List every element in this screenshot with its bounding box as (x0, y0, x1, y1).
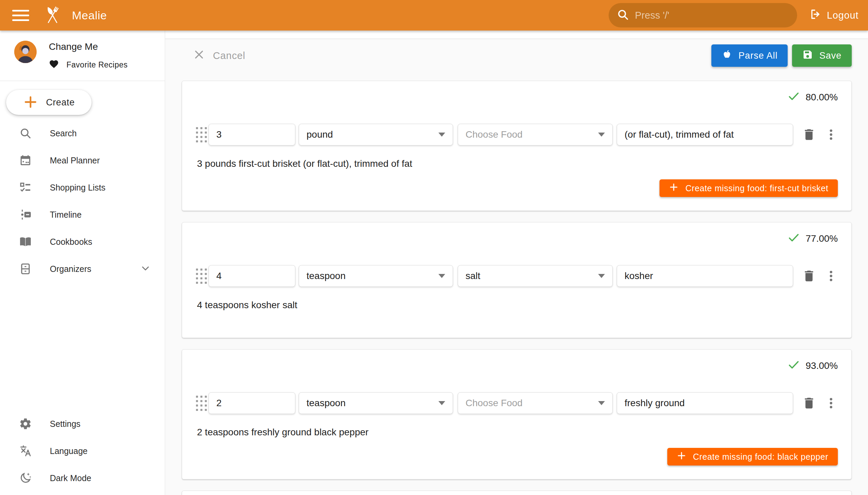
plus-icon (677, 451, 686, 462)
caret-down-icon (438, 133, 445, 137)
check-icon (787, 231, 800, 246)
next-card-partial (182, 491, 852, 495)
food-select[interactable]: salt (458, 265, 613, 287)
sidebar-item-shopping-lists[interactable]: Shopping Lists (0, 174, 165, 201)
menu-icon[interactable] (10, 4, 32, 27)
note-input[interactable] (617, 265, 793, 287)
app-title: Mealie (72, 9, 107, 22)
mealie-logo-icon (42, 5, 63, 26)
chevron-down-icon (140, 262, 151, 275)
floppy-disk-icon (802, 49, 813, 62)
create-missing-food-label: Create missing food: first-cut brisket (685, 184, 828, 193)
save-button[interactable]: Save (792, 45, 852, 67)
parse-all-label: Parse All (738, 51, 778, 61)
apple-icon (721, 49, 732, 62)
search-icon (617, 8, 629, 22)
search-input[interactable] (635, 10, 789, 21)
sidebar-item-search[interactable]: Search (0, 120, 165, 147)
user-profile[interactable]: Change Me Favorite Recipes (0, 31, 165, 70)
open-book-icon (19, 235, 32, 249)
unit-value: teaspoon (307, 271, 345, 281)
heart-icon (49, 59, 59, 70)
card-actions: Create missing food: black pepper (195, 448, 838, 465)
caret-down-icon (598, 401, 605, 405)
sidebar-item-organizers[interactable]: Organizers (0, 255, 165, 283)
ingredient-card: 80.00% pound Choose Food (182, 81, 852, 211)
favorite-recipes-link[interactable]: Favorite Recipes (49, 59, 128, 70)
calendar-icon (19, 154, 32, 167)
sidebar-item-language[interactable]: Language (0, 437, 165, 464)
sidebar-item-meal-planner[interactable]: Meal Planner (0, 147, 165, 174)
logout-button[interactable]: Logout (809, 8, 859, 23)
drag-handle-icon[interactable] (195, 126, 207, 143)
unit-select[interactable]: teaspoon (299, 265, 453, 287)
sidebar-item-dark-mode[interactable]: Dark Mode (0, 464, 165, 492)
check-icon (787, 90, 800, 105)
plus-icon (23, 95, 38, 110)
more-options-button[interactable] (824, 128, 838, 141)
sidebar-item-settings[interactable]: Settings (0, 410, 165, 437)
cancel-button[interactable]: Cancel (193, 49, 245, 63)
file-cabinet-icon (19, 262, 32, 276)
food-select[interactable]: Choose Food (458, 124, 613, 146)
food-placeholder: Choose Food (465, 129, 523, 140)
more-options-button[interactable] (824, 269, 838, 283)
logout-label: Logout (827, 10, 859, 21)
create-label: Create (46, 97, 75, 108)
close-icon (193, 49, 205, 63)
original-ingredient-text: 4 teaspoons kosher salt (197, 300, 838, 310)
drag-handle-icon[interactable] (195, 395, 207, 412)
plus-icon (669, 183, 679, 194)
confidence-value: 77.00% (806, 233, 838, 244)
translate-icon (19, 444, 32, 458)
confidence-value: 80.00% (806, 92, 838, 103)
cancel-label: Cancel (213, 50, 245, 62)
caret-down-icon (438, 274, 445, 278)
delete-button[interactable] (802, 396, 816, 410)
gear-icon (19, 417, 32, 431)
confidence-value: 93.00% (806, 360, 838, 371)
parser-toolbar: Cancel Parse All Save (182, 45, 852, 67)
confidence-row: 80.00% (195, 90, 838, 104)
delete-button[interactable] (802, 127, 816, 142)
user-name: Change Me (49, 41, 128, 52)
amount-input[interactable] (208, 265, 295, 287)
create-missing-food-button[interactable]: Create missing food: black pepper (667, 448, 838, 465)
amount-input[interactable] (208, 392, 295, 414)
sidebar-bottom-nav: Settings Language (0, 410, 165, 492)
food-select[interactable]: Choose Food (458, 392, 613, 414)
amount-input[interactable] (208, 124, 295, 146)
unit-value: pound (307, 129, 333, 140)
sidebar-item-cookbooks[interactable]: Cookbooks (0, 228, 165, 255)
create-button[interactable]: Create (6, 90, 91, 115)
moon-stars-icon (19, 471, 32, 485)
ingredient-card: 77.00% teaspoon salt (182, 222, 852, 338)
caret-down-icon (598, 274, 605, 278)
parse-all-button[interactable]: Parse All (711, 45, 788, 67)
unit-value: teaspoon (307, 398, 345, 409)
caret-down-icon (598, 133, 605, 137)
ingredient-fields: teaspoon salt (195, 265, 838, 287)
sidebar-nav: Search Meal Planner (0, 120, 165, 283)
checklist-icon (19, 181, 32, 194)
food-value: salt (465, 271, 480, 281)
unit-select[interactable]: pound (299, 124, 453, 146)
ingredient-card: 93.00% teaspoon Choose Food (182, 349, 852, 479)
original-ingredient-text: 3 pounds first-cut brisket (or flat-cut)… (197, 158, 838, 169)
food-placeholder: Choose Food (465, 398, 523, 409)
card-actions: Create missing food: first-cut brisket (195, 180, 838, 197)
search-bar[interactable] (609, 3, 797, 28)
unit-select[interactable]: teaspoon (299, 392, 453, 414)
avatar (14, 41, 37, 63)
sidebar-item-timeline[interactable]: Timeline (0, 201, 165, 228)
ingredient-fields: pound Choose Food (195, 124, 838, 146)
timeline-icon (19, 208, 32, 221)
drag-handle-icon[interactable] (195, 268, 207, 285)
caret-down-icon (438, 401, 445, 405)
more-options-button[interactable] (824, 396, 838, 410)
note-input[interactable] (617, 392, 793, 414)
note-input[interactable] (617, 124, 793, 146)
check-icon (787, 358, 800, 374)
create-missing-food-button[interactable]: Create missing food: first-cut brisket (660, 180, 838, 197)
delete-button[interactable] (802, 269, 816, 283)
